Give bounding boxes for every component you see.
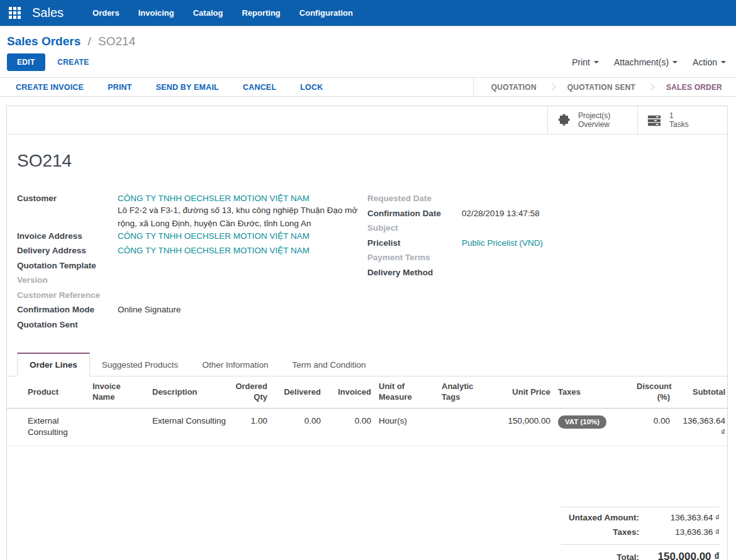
app-name[interactable]: Sales: [32, 6, 64, 20]
pricelist-link[interactable]: Public Pricelist (VND): [462, 238, 543, 248]
customer-link[interactable]: CÔNG TY TNHH OECHSLER MOTION VIỆT NAM: [118, 194, 309, 203]
payment-terms-value: [462, 252, 717, 253]
control-panel: EDIT CREATE Print Attachment(s) Action: [0, 48, 736, 77]
cell-description: External Consulting: [148, 409, 230, 446]
col-subtotal: Subtotal: [674, 376, 728, 408]
menu-orders[interactable]: Orders: [92, 8, 120, 18]
breadcrumb-current: SO214: [98, 35, 135, 48]
field-subject: Subject: [367, 222, 717, 238]
order-lines-table: Product Invoice Name Description Ordered…: [7, 376, 728, 446]
customer-address: Lô F2-2 và F3-1, đường số 13, khu công n…: [118, 204, 367, 231]
confirmation-date-label: Confirmation Date: [367, 208, 462, 218]
field-delivery-method: Delivery Method: [367, 267, 717, 282]
col-product: Product: [7, 376, 89, 408]
tab-suggested-products[interactable]: Suggested Products: [90, 354, 191, 376]
stage-sales-order[interactable]: SALES ORDER: [664, 83, 725, 92]
action-dropdown-label: Action: [693, 57, 717, 67]
main-menu: Orders Invoicing Catalog Reporting Confi…: [92, 8, 353, 18]
invoice-address-link[interactable]: CÔNG TY TNHH OECHSLER MOTION VIỆT NAM: [118, 231, 309, 241]
menu-reporting[interactable]: Reporting: [242, 8, 280, 18]
cell-taxes: VAT (10%): [554, 409, 633, 446]
cell-analytic-tags: [438, 409, 498, 446]
col-ordered-qty: Ordered Qty: [230, 376, 271, 408]
print-button[interactable]: PRINT: [108, 83, 132, 92]
total-row: Total: 150,000.00 ₫: [561, 544, 720, 560]
chevron-down-icon: [672, 61, 677, 63]
menu-invoicing[interactable]: Invoicing: [138, 8, 174, 18]
tab-other-information[interactable]: Other Information: [190, 354, 280, 376]
field-confirmation-mode: Confirmation Mode Online Signature: [17, 304, 367, 319]
lock-button[interactable]: LOCK: [300, 83, 323, 92]
total-label: Total:: [561, 552, 649, 560]
tab-strip: Order Lines Suggested Products Other Inf…: [7, 353, 727, 376]
tab-order-lines[interactable]: Order Lines: [17, 353, 90, 376]
breadcrumb-sales-orders[interactable]: Sales Orders: [7, 35, 81, 48]
customer-reference-label: Customer Reference: [17, 290, 118, 300]
col-invoiced: Invoiced: [325, 376, 375, 408]
field-confirmation-date: Confirmation Date 02/28/2019 13:47:58: [367, 208, 717, 223]
order-line-row[interactable]: External Consulting External Consulting …: [7, 409, 728, 446]
chevron-down-icon: [721, 61, 726, 63]
print-dropdown[interactable]: Print: [572, 57, 599, 67]
puzzle-icon: [557, 113, 571, 127]
attachments-dropdown[interactable]: Attachment(s): [614, 57, 677, 67]
field-payment-terms: Payment Terms: [367, 252, 717, 267]
menu-catalog[interactable]: Catalog: [193, 8, 223, 18]
apps-menu-icon[interactable]: [9, 7, 21, 19]
totals-block: Untaxed Amount: 136,363.64 ₫ Taxes: 13,6…: [561, 507, 720, 560]
projects-overview-button[interactable]: Project(s) Overview: [547, 106, 637, 134]
cell-discount: 0.00: [633, 409, 674, 446]
untaxed-amount-value: 136,363.64 ₫: [649, 513, 720, 522]
untaxed-amount-label: Untaxed Amount:: [561, 513, 649, 522]
fields-right-column: Requested Date Confirmation Date 02/28/2…: [367, 193, 717, 334]
sheet-body: SO214 Customer CÔNG TY TNHH OECHSLER MOT…: [7, 135, 727, 560]
col-analytic-tags: Analytic Tags: [438, 376, 498, 408]
attachments-dropdown-label: Attachment(s): [614, 57, 669, 67]
col-discount: Discount (%): [633, 376, 674, 408]
cell-invoice-name: [89, 409, 148, 446]
delivery-method-label: Delivery Method: [367, 267, 462, 277]
form-sheet: Project(s) Overview 1 Tasks: [6, 106, 728, 560]
top-navbar: Sales Orders Invoicing Catalog Reporting…: [0, 0, 736, 26]
field-version: Version: [17, 275, 367, 290]
col-taxes: Taxes: [554, 376, 633, 408]
subject-value: [462, 222, 717, 223]
fields-left-column: Customer CÔNG TY TNHH OECHSLER MOTION VI…: [17, 193, 367, 334]
customer-reference-value: [118, 290, 367, 290]
menu-configuration[interactable]: Configuration: [299, 8, 353, 18]
stage-separator-icon: [548, 83, 556, 91]
col-invoice-name: Invoice Name: [89, 376, 148, 408]
tab-term-and-condition[interactable]: Term and Condition: [280, 354, 377, 376]
col-description: Description: [148, 376, 230, 408]
statusbar: CREATE INVOICE PRINT SEND BY EMAIL CANCE…: [0, 77, 736, 97]
tax-badge: VAT (10%): [558, 415, 606, 429]
stage-quotation[interactable]: QUOTATION: [489, 83, 539, 92]
tasks-button[interactable]: 1 Tasks: [637, 106, 727, 134]
cell-uom: Hour(s): [375, 409, 438, 446]
record-buttons: EDIT CREATE: [7, 53, 89, 71]
delivery-address-link[interactable]: CÔNG TY TNHH OECHSLER MOTION VIỆT NAM: [118, 246, 309, 255]
field-pricelist: Pricelist Public Pricelist (VND): [367, 238, 717, 253]
create-button[interactable]: CREATE: [57, 58, 89, 67]
edit-button[interactable]: EDIT: [7, 53, 45, 71]
quotation-template-label: Quotation Template: [17, 260, 118, 270]
cancel-button[interactable]: CANCEL: [243, 83, 276, 92]
stage-pipeline: QUOTATION QUOTATION SENT SALES ORDER: [473, 78, 736, 96]
cell-subtotal: 136,363.64 ₫: [674, 409, 728, 446]
field-quotation-template: Quotation Template: [17, 260, 367, 275]
breadcrumb-separator: /: [88, 35, 91, 48]
statusbar-buttons: CREATE INVOICE PRINT SEND BY EMAIL CANCE…: [0, 78, 323, 96]
delivery-method-value: [462, 267, 717, 268]
action-dropdown[interactable]: Action: [693, 57, 726, 67]
order-lines-header-row: Product Invoice Name Description Ordered…: [7, 376, 728, 408]
field-invoice-address: Invoice Address CÔNG TY TNHH OECHSLER MO…: [17, 231, 367, 246]
quotation-sent-label: Quotation Sent: [17, 319, 118, 329]
action-dropdowns: Print Attachment(s) Action: [572, 57, 726, 67]
field-customer: Customer CÔNG TY TNHH OECHSLER MOTION VI…: [17, 193, 367, 231]
confirmation-date-value: 02/28/2019 13:47:58: [462, 208, 717, 218]
stage-quotation-sent[interactable]: QUOTATION SENT: [565, 83, 638, 92]
customer-label: Customer: [17, 193, 118, 203]
taxes-row: Taxes: 13,636.36 ₫: [561, 525, 720, 539]
create-invoice-button[interactable]: CREATE INVOICE: [16, 83, 84, 92]
send-by-email-button[interactable]: SEND BY EMAIL: [156, 83, 219, 92]
